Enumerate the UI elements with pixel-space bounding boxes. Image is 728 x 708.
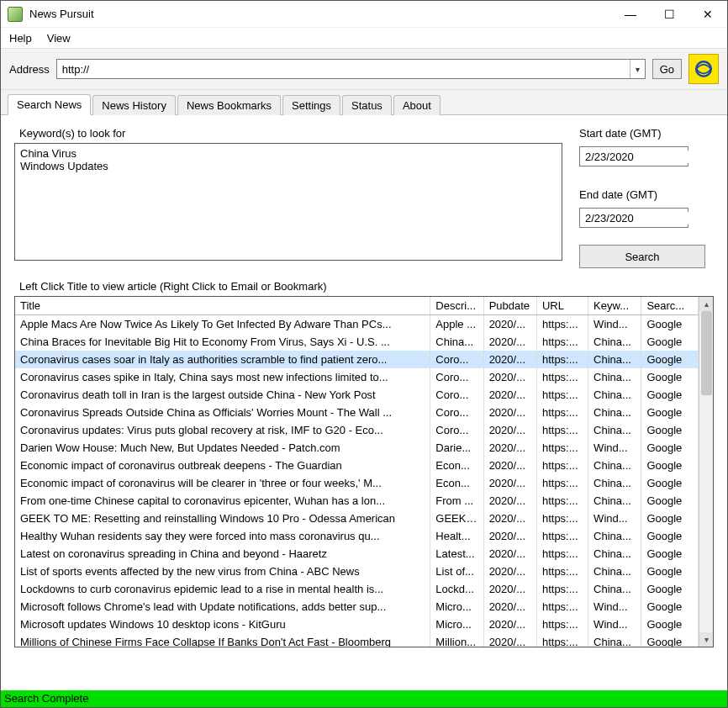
cell-title[interactable]: Coronavirus cases spike in Italy, China … [15,368,430,386]
cell-keyw[interactable]: China... [588,633,641,647]
col-title[interactable]: Title [15,297,430,315]
cell-url[interactable]: https:... [536,598,588,616]
start-date-input[interactable] [580,151,728,163]
cell-descr[interactable]: Coro... [430,351,483,368]
tab-news-bookmarks[interactable]: News Bookmarks [177,95,281,115]
cell-url[interactable]: https:... [536,315,588,334]
table-row[interactable]: Microsoft updates Windows 10 desktop ico… [15,616,699,633]
cell-descr[interactable]: List of... [430,563,483,580]
table-row[interactable]: Healthy Wuhan residents say they were fo… [15,527,699,545]
cell-title[interactable]: Latest on coronavirus spreading in China… [15,545,430,563]
cell-searc[interactable]: Google [641,404,699,421]
table-row[interactable]: Economic impact of coronavirus outbreak … [15,457,699,474]
address-combo[interactable]: ▾ [56,59,646,79]
tab-about[interactable]: About [393,95,440,115]
cell-url[interactable]: https:... [536,439,588,457]
cell-url[interactable]: https:... [536,474,588,492]
maximize-button[interactable]: ☐ [650,1,688,28]
cell-url[interactable]: https:... [536,580,588,598]
cell-pub[interactable]: 2020/... [483,457,536,474]
address-dropdown-icon[interactable]: ▾ [630,60,645,78]
cell-searc[interactable]: Google [641,563,699,580]
scroll-down-icon[interactable]: ▾ [699,632,713,647]
cell-descr[interactable]: Econ... [430,457,483,474]
cell-keyw[interactable]: China... [588,404,641,421]
close-button[interactable]: ✕ [688,1,727,28]
cell-pub[interactable]: 2020/... [483,527,536,545]
cell-title[interactable]: Coronavirus updates: Virus puts global r… [15,421,430,439]
cell-descr[interactable]: Healt... [430,527,483,545]
cell-url[interactable]: https:... [536,333,588,351]
cell-keyw[interactable]: China... [588,421,641,439]
cell-descr[interactable]: Lockd... [430,580,483,598]
cell-searc[interactable]: Google [641,492,699,510]
cell-descr[interactable]: Latest... [430,545,483,563]
cell-url[interactable]: https:... [536,633,588,647]
keywords-input[interactable] [14,143,562,261]
cell-keyw[interactable]: China... [588,457,641,474]
cell-url[interactable]: https:... [536,545,588,563]
cell-searc[interactable]: Google [641,510,699,527]
cell-pub[interactable]: 2020/... [483,598,536,616]
go-button[interactable]: Go [652,59,682,79]
cell-searc[interactable]: Google [641,368,699,386]
cell-keyw[interactable]: Wind... [588,439,641,457]
table-row[interactable]: Coronavirus cases spike in Italy, China … [15,368,699,386]
cell-keyw[interactable]: Wind... [588,510,641,527]
table-row[interactable]: Apple Macs Are Now Twice As Likely To Ge… [15,315,699,334]
scrollbar[interactable]: ▴ ▾ [699,297,713,647]
end-date-input[interactable] [580,212,728,225]
end-date-picker[interactable]: 🗓 ▾ [579,208,688,228]
cell-title[interactable]: Economic impact of coronavirus will be c… [15,474,430,492]
cell-url[interactable]: https:... [536,527,588,545]
cell-title[interactable]: Apple Macs Are Now Twice As Likely To Ge… [15,315,430,334]
menu-help[interactable]: Help [8,30,34,46]
cell-url[interactable]: https:... [536,563,588,580]
table-row[interactable]: GEEK TO ME: Resetting and reinstalling W… [15,510,699,527]
cell-title[interactable]: Coronavirus cases soar in Italy as autho… [15,351,430,368]
cell-descr[interactable]: From ... [430,492,483,510]
tab-news-history[interactable]: News History [92,95,176,115]
cell-descr[interactable]: Coro... [430,386,483,404]
cell-pub[interactable]: 2020/... [483,510,536,527]
cell-searc[interactable]: Google [641,527,699,545]
cell-pub[interactable]: 2020/... [483,439,536,457]
cell-title[interactable]: GEEK TO ME: Resetting and reinstalling W… [15,510,430,527]
results-table[interactable]: Title Descri... Pubdate URL Keyw... Sear… [15,297,699,647]
col-search[interactable]: Searc... [641,297,699,315]
cell-searc[interactable]: Google [641,474,699,492]
cell-title[interactable]: Coronavirus Spreads Outside China as Off… [15,404,430,421]
cell-descr[interactable]: GEEK ... [430,510,483,527]
table-row[interactable]: Coronavirus updates: Virus puts global r… [15,421,699,439]
cell-descr[interactable]: China... [430,333,483,351]
cell-url[interactable]: https:... [536,492,588,510]
cell-title[interactable]: List of sports events affected by the ne… [15,563,430,580]
cell-searc[interactable]: Google [641,386,699,404]
start-date-picker[interactable]: 🗓 ▾ [579,146,688,166]
cell-url[interactable]: https:... [536,510,588,527]
cell-descr[interactable]: Coro... [430,368,483,386]
cell-url[interactable]: https:... [536,386,588,404]
cell-keyw[interactable]: China... [588,474,641,492]
cell-title[interactable]: From one-time Chinese capital to coronav… [15,492,430,510]
cell-title[interactable]: Microsoft updates Windows 10 desktop ico… [15,616,430,633]
cell-pub[interactable]: 2020/... [483,492,536,510]
cell-pub[interactable]: 2020/... [483,563,536,580]
cell-title[interactable]: Millions of Chinese Firms Face Collapse … [15,633,430,647]
cell-url[interactable]: https:... [536,351,588,368]
cell-keyw[interactable]: Wind... [588,315,641,334]
cell-title[interactable]: China Braces for Inevitable Big Hit to E… [15,333,430,351]
cell-title[interactable]: Microsoft follows Chrome's lead with Upd… [15,598,430,616]
table-row[interactable]: Millions of Chinese Firms Face Collapse … [15,633,699,647]
cell-keyw[interactable]: China... [588,545,641,563]
table-row[interactable]: China Braces for Inevitable Big Hit to E… [15,333,699,351]
cell-pub[interactable]: 2020/... [483,351,536,368]
cell-url[interactable]: https:... [536,457,588,474]
cell-keyw[interactable]: China... [588,492,641,510]
cell-pub[interactable]: 2020/... [483,315,536,334]
cell-pub[interactable]: 2020/... [483,633,536,647]
cell-url[interactable]: https:... [536,404,588,421]
col-url[interactable]: URL [536,297,588,315]
cell-descr[interactable]: Apple ... [430,315,483,334]
cell-pub[interactable]: 2020/... [483,368,536,386]
